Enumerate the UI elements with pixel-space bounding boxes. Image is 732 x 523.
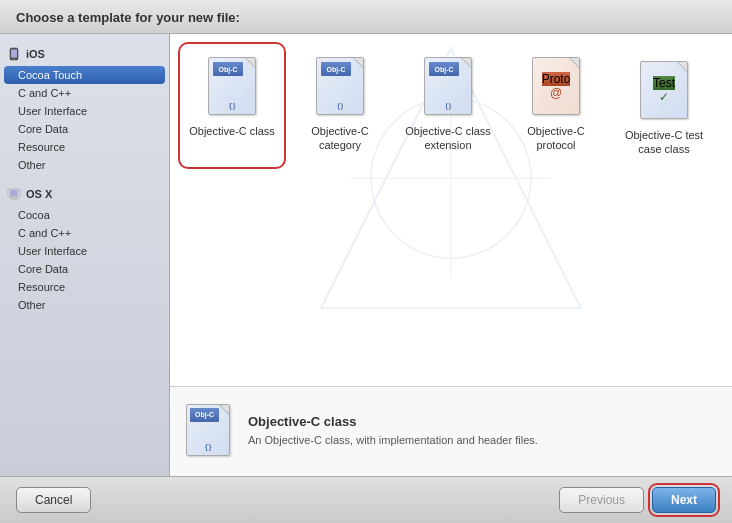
- sidebar-item-core-data[interactable]: Core Data: [0, 120, 169, 138]
- preview-text: Objective-C class An Objective-C class, …: [248, 414, 538, 448]
- new-file-dialog: Choose a template for your new file: iOS…: [0, 0, 732, 523]
- svg-point-2: [13, 58, 14, 59]
- objc-extension-icon: Obj-C ( ): [420, 54, 476, 118]
- sidebar-item-user-interface-osx[interactable]: User Interface: [0, 242, 169, 260]
- dialog-content: iOS Cocoa Touch C and C++ User Interface…: [0, 34, 732, 476]
- sidebar-item-c-cpp[interactable]: C and C++: [0, 84, 169, 102]
- preview-file-icon: Obj-C { }: [186, 404, 234, 460]
- objc-class-icon: Obj-C { }: [204, 54, 260, 118]
- sidebar-item-other-osx[interactable]: Other: [0, 296, 169, 314]
- template-objc-test[interactable]: Test ✓ Objective-C test case class: [614, 50, 714, 165]
- objc-category-label: Objective-C category: [294, 124, 386, 153]
- objc-category-icon: Obj-C ( ): [312, 54, 368, 118]
- template-objc-protocol[interactable]: Proto @ Objective-C protocol: [506, 46, 606, 165]
- objc-protocol-icon: Proto @: [528, 54, 584, 118]
- previous-button[interactable]: Previous: [559, 487, 644, 513]
- svg-rect-1: [11, 50, 17, 58]
- nav-button-group: Previous Next: [559, 487, 716, 513]
- preview-title: Objective-C class: [248, 414, 538, 429]
- sidebar-item-resource[interactable]: Resource: [0, 138, 169, 156]
- svg-rect-6: [10, 199, 18, 200]
- phone-icon: [6, 46, 22, 62]
- sidebar-item-core-data-osx[interactable]: Core Data: [0, 260, 169, 278]
- cancel-button[interactable]: Cancel: [16, 487, 91, 513]
- osx-group-label: OS X: [26, 188, 52, 200]
- template-objc-class[interactable]: Obj-C { } Objective-C class: [182, 46, 282, 165]
- svg-rect-4: [10, 190, 18, 196]
- template-objc-category[interactable]: Obj-C ( ) Objective-C category: [290, 46, 390, 165]
- objc-test-label: Objective-C test case class: [618, 128, 710, 157]
- sidebar-group-ios[interactable]: iOS: [0, 42, 169, 66]
- sidebar-item-other-ios[interactable]: Other: [0, 156, 169, 174]
- dialog-title-bar: Choose a template for your new file:: [0, 0, 732, 34]
- svg-rect-5: [11, 197, 17, 199]
- next-button[interactable]: Next: [652, 487, 716, 513]
- preview-area: Obj-C { } Objective-C class An Objective…: [170, 386, 732, 476]
- sidebar-item-c-cpp-osx[interactable]: C and C++: [0, 224, 169, 242]
- sidebar-item-cocoa[interactable]: Cocoa: [0, 206, 169, 224]
- dialog-title: Choose a template for your new file:: [16, 10, 716, 25]
- ios-group-label: iOS: [26, 48, 45, 60]
- sidebar-item-user-interface[interactable]: User Interface: [0, 102, 169, 120]
- objc-test-icon: Test ✓: [636, 58, 692, 122]
- sidebar-item-cocoa-touch[interactable]: Cocoa Touch: [4, 66, 165, 84]
- dialog-footer: Cancel Previous Next: [0, 476, 732, 523]
- sidebar-group-osx[interactable]: OS X: [0, 182, 169, 206]
- objc-protocol-label: Objective-C protocol: [510, 124, 602, 153]
- sidebar-item-resource-osx[interactable]: Resource: [0, 278, 169, 296]
- mac-icon: [6, 186, 22, 202]
- preview-description: An Objective-C class, with implementatio…: [248, 433, 538, 448]
- template-objc-extension[interactable]: Obj-C ( ) Objective-C class extension: [398, 46, 498, 165]
- template-grid: Obj-C { } Objective-C class Obj-C ( ): [170, 34, 732, 386]
- main-panel: Obj-C { } Objective-C class Obj-C ( ): [170, 34, 732, 476]
- sidebar: iOS Cocoa Touch C and C++ User Interface…: [0, 34, 170, 476]
- objc-extension-label: Objective-C class extension: [402, 124, 494, 153]
- objc-class-label: Objective-C class: [189, 124, 275, 138]
